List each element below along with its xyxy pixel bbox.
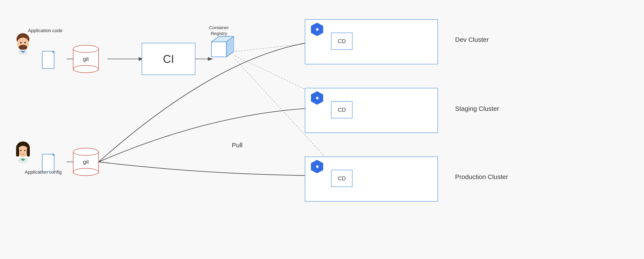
svg-point-12 [20,42,22,43]
doc-icon-1 [42,51,57,69]
developer2-person [13,142,33,163]
k8s-logo-dev: ⎈ [310,22,324,38]
k8s-logo-staging: ⎈ [310,90,324,106]
production-cluster-title: Production Cluster [455,173,508,181]
svg-rect-19 [212,42,226,57]
cd-box-staging: CD [331,101,352,118]
svg-point-27 [20,150,22,151]
svg-point-14 [19,45,27,50]
pull-label: Pull [232,142,242,149]
staging-cluster-title: Staging Cluster [455,105,499,112]
k8s-logo-prod: ⎈ [310,159,324,175]
ci-box: CI [142,43,195,75]
git-cylinder-2: git [73,148,99,176]
svg-text:⎈: ⎈ [316,164,319,169]
staging-cluster-box: ⎈ CD [305,88,438,133]
svg-point-28 [24,150,26,151]
developer1-person [13,33,33,55]
doc-icon-2 [42,154,57,172]
svg-text:⎈: ⎈ [316,26,319,32]
svg-rect-30 [42,154,54,172]
cd-box-dev: CD [331,32,352,50]
dev-cluster-box: ⎈ CD [305,19,438,64]
dev-cluster-title: Dev Cluster [455,36,489,43]
cd-box-prod: CD [331,170,352,187]
svg-rect-26 [27,148,30,157]
git-cylinder-1: git [73,45,99,73]
diagram-container: Application code git CI ContainerRegistr… [0,0,644,259]
developer1-avatar [13,33,33,55]
container-registry-cube [206,32,234,61]
svg-point-13 [24,42,26,43]
svg-text:⎈: ⎈ [316,95,319,101]
app-code-label: Application code [28,28,62,33]
developer2-avatar [13,142,33,163]
svg-rect-16 [42,51,54,69]
svg-rect-25 [16,148,19,157]
production-cluster-box: ⎈ CD [305,157,438,202]
